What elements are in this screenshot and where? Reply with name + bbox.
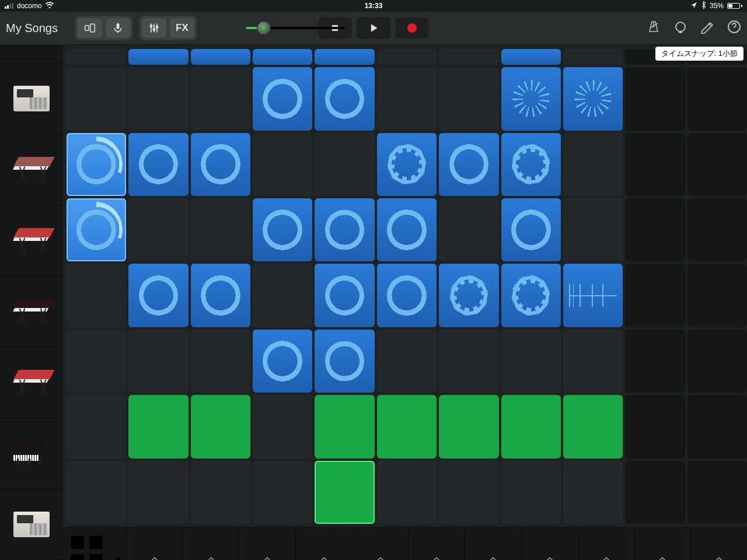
play-button[interactable]: [357, 18, 390, 38]
loop-cell[interactable]: [563, 461, 623, 524]
loop-cell[interactable]: [191, 133, 250, 196]
loop-cell[interactable]: [67, 198, 126, 261]
loop-cell[interactable]: [377, 133, 437, 196]
loop-cell[interactable]: [625, 264, 685, 327]
loop-cell[interactable]: [315, 133, 374, 196]
loop-cell[interactable]: [687, 395, 747, 458]
loop-cell[interactable]: [128, 264, 188, 327]
loop-cell[interactable]: [439, 133, 498, 196]
loop-cell[interactable]: [67, 330, 126, 393]
loop-cell[interactable]: [67, 67, 126, 130]
loop-cell[interactable]: [128, 395, 188, 458]
loop-cell[interactable]: [377, 330, 437, 393]
loop-cell[interactable]: [501, 49, 561, 65]
track-header-6[interactable]: [0, 418, 63, 489]
loop-cell[interactable]: [377, 67, 437, 130]
column-trigger[interactable]: [295, 528, 352, 560]
column-trigger[interactable]: [634, 528, 691, 560]
master-volume-slider[interactable]: [246, 27, 345, 29]
loop-cell[interactable]: [191, 461, 250, 524]
loop-cell[interactable]: [625, 133, 685, 196]
loop-cell[interactable]: [191, 49, 250, 65]
instrument-browser-button[interactable]: [78, 18, 102, 38]
loop-cell[interactable]: [501, 264, 561, 327]
column-trigger[interactable]: [578, 528, 634, 560]
loop-cell[interactable]: [501, 198, 561, 261]
loop-cell[interactable]: [253, 330, 312, 393]
loop-cell[interactable]: [191, 330, 250, 393]
column-trigger[interactable]: [521, 528, 578, 560]
column-trigger[interactable]: [126, 528, 183, 560]
fx-button[interactable]: FX: [170, 18, 194, 38]
songs-button[interactable]: My Songs: [6, 22, 58, 35]
column-trigger[interactable]: [465, 528, 521, 560]
loop-cell[interactable]: [563, 198, 623, 261]
loop-cell[interactable]: [377, 461, 437, 524]
loop-cell[interactable]: [687, 198, 747, 261]
loop-cell[interactable]: [687, 67, 747, 130]
loop-cell[interactable]: [67, 133, 126, 196]
loop-cell[interactable]: [315, 330, 374, 393]
track-header-7[interactable]: [0, 489, 63, 560]
loop-cell[interactable]: [67, 461, 126, 524]
record-button[interactable]: [395, 18, 429, 38]
loop-cell[interactable]: [253, 198, 312, 261]
loop-cell[interactable]: [439, 395, 498, 458]
loop-cell[interactable]: [501, 461, 561, 524]
loop-cell[interactable]: [315, 67, 374, 130]
loop-cell[interactable]: [563, 133, 623, 196]
column-trigger[interactable]: [183, 528, 239, 560]
loop-cell[interactable]: [439, 330, 498, 393]
loop-cell[interactable]: [128, 461, 188, 524]
loop-cell[interactable]: [501, 133, 561, 196]
loop-cell[interactable]: [563, 330, 623, 393]
track-header-3[interactable]: [0, 205, 63, 276]
loop-cell[interactable]: [67, 264, 126, 327]
loop-cell[interactable]: [191, 395, 250, 458]
loop-cell[interactable]: [687, 264, 747, 327]
loop-cell[interactable]: [563, 264, 623, 327]
track-header-5[interactable]: [0, 347, 63, 418]
loop-cell[interactable]: [625, 330, 685, 393]
loop-cell[interactable]: [253, 461, 312, 524]
loop-cell[interactable]: [128, 67, 188, 130]
loop-cell[interactable]: [315, 395, 374, 458]
help-button[interactable]: [727, 20, 741, 36]
column-trigger[interactable]: [352, 528, 409, 560]
loop-cell[interactable]: [191, 198, 250, 261]
loop-cell[interactable]: [625, 67, 685, 130]
column-trigger[interactable]: [409, 528, 465, 560]
loop-cell[interactable]: [253, 67, 312, 130]
loop-cell[interactable]: [253, 133, 312, 196]
track-header-4[interactable]: [0, 276, 63, 348]
loop-cell[interactable]: [377, 198, 437, 261]
loop-cell[interactable]: [439, 264, 498, 327]
track-header-partial[interactable]: [0, 46, 63, 64]
column-trigger[interactable]: [239, 528, 295, 560]
loop-cell[interactable]: [625, 198, 685, 261]
loop-cell[interactable]: [687, 461, 747, 524]
loop-cell[interactable]: [67, 49, 126, 65]
loop-cell[interactable]: [501, 395, 561, 458]
loop-cell[interactable]: [563, 67, 623, 130]
loop-cell[interactable]: [128, 49, 188, 65]
loop-cell[interactable]: [128, 198, 188, 261]
loop-cell[interactable]: [191, 67, 250, 130]
loop-cell[interactable]: [253, 395, 312, 458]
mixer-button[interactable]: [142, 18, 166, 38]
track-header-2[interactable]: [0, 135, 63, 206]
loop-cell[interactable]: [439, 198, 498, 261]
grid-edit-button[interactable]: [63, 528, 126, 560]
loop-cell[interactable]: [625, 461, 685, 524]
loop-cell[interactable]: [439, 67, 498, 130]
track-header-1[interactable]: [0, 64, 63, 135]
loop-cell[interactable]: [315, 49, 374, 65]
loop-cell[interactable]: [128, 330, 188, 393]
loop-cell[interactable]: [687, 330, 747, 393]
loop-cell[interactable]: [377, 49, 437, 65]
loop-button[interactable]: [673, 20, 687, 36]
loop-cell[interactable]: [439, 461, 498, 524]
loop-cell[interactable]: [439, 49, 498, 65]
loop-cell[interactable]: [191, 264, 250, 327]
loop-cell[interactable]: [315, 264, 374, 327]
